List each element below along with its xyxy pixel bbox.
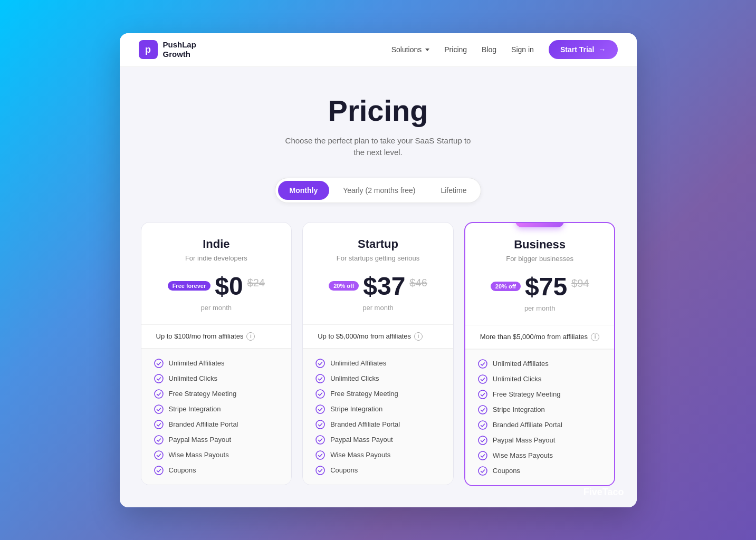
svg-point-6	[155, 451, 163, 459]
check-icon	[478, 405, 487, 414]
yearly-toggle[interactable]: Yearly (2 months free)	[331, 181, 427, 200]
navbar: p PushLap Growth Solutions Pricing Blog …	[120, 33, 637, 67]
indie-price-row: Free forever $0 $24	[156, 272, 277, 301]
list-item: Wise Mass Payouts	[154, 450, 279, 460]
check-icon	[478, 359, 487, 369]
start-trial-button[interactable]: Start Trial →	[549, 40, 618, 59]
business-price-old: $94	[571, 277, 589, 290]
svg-point-2	[155, 390, 163, 398]
check-icon	[478, 451, 487, 460]
startup-price-row: 20% off $37 $46	[318, 272, 438, 301]
svg-point-11	[316, 405, 324, 413]
list-item: Unlimited Affiliates	[154, 359, 279, 368]
list-item: Unlimited Clicks	[315, 374, 441, 383]
svg-point-23	[479, 467, 487, 475]
svg-point-3	[155, 405, 163, 413]
blog-nav-link[interactable]: Blog	[482, 45, 496, 54]
business-plan-desc: For bigger businesses	[480, 255, 600, 263]
list-item: Coupons	[315, 466, 441, 475]
business-per-month: per month	[480, 304, 600, 312]
indie-price-old: $24	[247, 277, 265, 289]
check-icon	[315, 404, 325, 414]
check-icon	[154, 359, 164, 368]
nav-links: Solutions Pricing Blog Sign in Start Tri…	[391, 40, 618, 59]
list-item: Wise Mass Payouts	[315, 450, 441, 460]
solutions-nav-link[interactable]: Solutions	[391, 45, 430, 54]
svg-point-1	[155, 374, 163, 383]
svg-point-14	[316, 451, 324, 459]
svg-point-18	[479, 390, 487, 399]
business-info-icon: i	[591, 333, 599, 341]
indie-per-month: per month	[156, 304, 277, 312]
list-item: Unlimited Clicks	[478, 374, 602, 384]
indie-plan-card: Indie For indie developers Free forever …	[141, 222, 292, 485]
startup-plan-name: Startup	[318, 237, 438, 251]
startup-info-icon: i	[414, 332, 423, 341]
list-item: Branded Affiliate Portal	[315, 420, 441, 429]
svg-point-0	[155, 359, 163, 368]
check-icon	[154, 450, 164, 460]
list-item: Branded Affiliate Portal	[478, 420, 602, 430]
check-icon	[154, 420, 164, 429]
check-icon	[478, 420, 487, 430]
fivetaco-brand: FiveTaco	[583, 487, 624, 498]
list-item: Paypal Mass Payout	[478, 436, 602, 445]
toggle-group: Monthly Yearly (2 months free) Lifetime	[275, 178, 482, 203]
svg-point-13	[316, 436, 324, 444]
svg-point-9	[316, 374, 324, 383]
logo-area: p PushLap Growth	[139, 40, 196, 59]
billing-toggle: Monthly Yearly (2 months free) Lifetime	[141, 178, 616, 203]
check-icon	[315, 359, 325, 368]
startup-affiliate: Up to $5,000/mo from affiliates i	[303, 325, 453, 348]
business-plan-card: Best value Business For bigger businesse…	[464, 222, 616, 486]
business-price: $75	[525, 272, 567, 301]
check-icon	[315, 466, 325, 475]
list-item: Unlimited Affiliates	[478, 359, 602, 369]
svg-point-19	[479, 406, 487, 414]
startup-price: $37	[363, 272, 405, 301]
list-item: Branded Affiliate Portal	[154, 420, 279, 429]
list-item: Free Strategy Meeting	[478, 390, 602, 399]
check-icon	[315, 420, 325, 429]
svg-point-16	[479, 360, 487, 368]
svg-point-10	[316, 390, 324, 398]
logo-text: PushLap Growth	[163, 40, 196, 59]
main-content: Pricing Choose the perfect plan to take …	[120, 67, 637, 507]
best-value-badge: Best value	[515, 222, 564, 227]
startup-features: Unlimited Affiliates Unlimited Clicks Fr…	[303, 349, 453, 485]
check-icon	[315, 435, 325, 445]
business-badge: 20% off	[491, 282, 521, 291]
check-icon	[154, 466, 164, 475]
pricing-nav-link[interactable]: Pricing	[444, 45, 467, 54]
startup-badge: 20% off	[329, 281, 359, 291]
svg-point-21	[479, 436, 487, 445]
indie-info-icon: i	[246, 332, 255, 341]
startup-plan-card: Startup For startups getting serious 20%…	[302, 222, 454, 485]
startup-price-old: $46	[409, 277, 427, 289]
pricing-cards: Indie For indie developers Free forever …	[141, 222, 616, 486]
check-icon	[315, 374, 325, 383]
indie-badge: Free forever	[168, 281, 211, 291]
list-item: Paypal Mass Payout	[154, 435, 279, 445]
list-item: Free Strategy Meeting	[154, 389, 279, 399]
check-icon	[154, 374, 164, 383]
svg-point-22	[479, 451, 487, 460]
indie-plan-desc: For indie developers	[156, 254, 277, 262]
list-item: Unlimited Affiliates	[315, 359, 441, 368]
check-icon	[478, 374, 487, 384]
check-icon	[478, 390, 487, 399]
indie-features: Unlimited Affiliates Unlimited Clicks Fr…	[141, 349, 292, 485]
check-icon	[154, 389, 164, 399]
svg-point-4	[155, 420, 163, 429]
svg-point-5	[155, 436, 163, 444]
check-icon	[154, 404, 164, 414]
list-item: Coupons	[154, 466, 279, 475]
lifetime-toggle[interactable]: Lifetime	[429, 181, 478, 200]
startup-card-top: Startup For startups getting serious 20%…	[303, 223, 453, 324]
monthly-toggle[interactable]: Monthly	[278, 181, 330, 200]
svg-point-17	[479, 375, 487, 383]
signin-nav-link[interactable]: Sign in	[511, 45, 534, 54]
list-item: Unlimited Clicks	[154, 374, 279, 383]
business-affiliate: More than $5,000/mo from affiliates i	[465, 325, 615, 349]
arrow-right-icon: →	[599, 45, 606, 54]
